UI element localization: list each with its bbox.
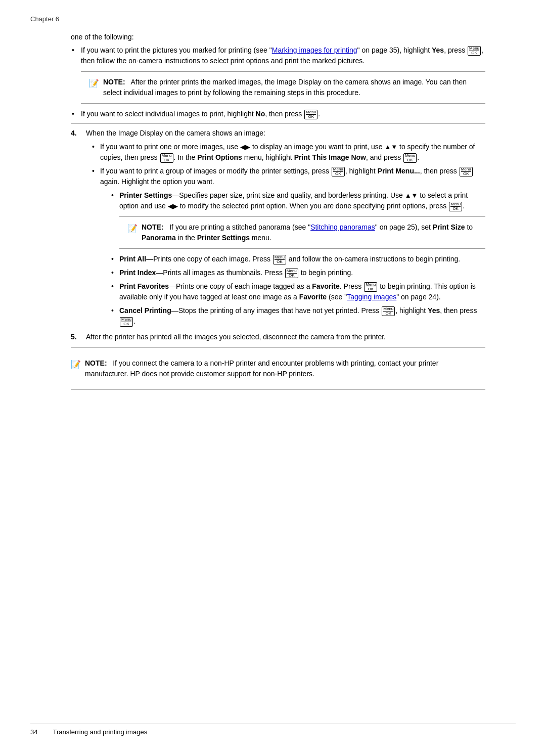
print-favorites-item: Print Favorites—Prints one copy of each …: [110, 281, 485, 302]
main-content: one of the following: If you want to pri…: [71, 33, 485, 390]
note-box-1: 📝 NOTE: After the printer prints the mar…: [81, 71, 485, 104]
divider-2: [71, 347, 485, 348]
menu-ok-btn-8: MenuOK: [273, 255, 286, 264]
step-4-sub-list: If you want to print one or more images,…: [91, 142, 485, 327]
left-right-arrows: ◀▶: [240, 143, 250, 151]
note-1-content: NOTE: After the printer prints the marke…: [103, 77, 477, 98]
print-menu-text: Print Menu...: [378, 167, 420, 175]
menu-ok-btn-9: MenuOK: [285, 269, 298, 278]
note-icon-3: 📝: [71, 359, 81, 379]
page: Chapter 6 one of the following: If you w…: [0, 0, 546, 756]
print-index-label: Print Index: [119, 269, 156, 277]
print-index-item: Print Index—Prints all images as thumbna…: [110, 268, 485, 278]
note-box-3: 📝 NOTE: If you connect the camera to a n…: [71, 353, 485, 384]
tagging-images-link[interactable]: Tagging images: [347, 293, 396, 301]
marking-images-link[interactable]: Marking images for printing: [272, 46, 357, 54]
menu-ok-btn-12: MenuOK: [120, 317, 133, 327]
menu-ok-btn-4: MenuOK: [403, 153, 417, 163]
step-4-sub-2: If you want to print a group of images o…: [91, 166, 485, 327]
yes-text-2: Yes: [428, 306, 440, 315]
favorite-text-2: Favorite: [299, 293, 327, 301]
cancel-printing-item: Cancel Printing—Stops the printing of an…: [110, 305, 485, 327]
up-down-arrows-2: ▲▼: [405, 192, 418, 199]
note-3-content: NOTE: If you connect the camera to a non…: [85, 358, 477, 379]
print-options-text: Print Options: [197, 153, 242, 161]
step-5: 5. After the printer has printed all the…: [71, 332, 485, 342]
note-1-label: NOTE:: [103, 78, 125, 86]
menu-ok-btn-10: MenuOK: [364, 282, 377, 292]
printer-settings-text-2: Printer Settings: [197, 234, 250, 242]
note-2-content: NOTE: If you are printing a stitched pan…: [142, 222, 477, 243]
printer-settings-label: Printer Settings: [119, 191, 172, 199]
note-icon-2: 📝: [127, 223, 138, 243]
note-icon-1: 📝: [89, 77, 99, 98]
list-item-2: If you want to select individual images …: [71, 109, 485, 119]
stitching-link[interactable]: Stitching panoramas: [310, 223, 375, 231]
print-size-text: Print Size: [433, 223, 465, 231]
yes-text: Yes: [432, 46, 444, 54]
menu-ok-btn-3: MenuOK: [160, 153, 173, 163]
menu-ok-btn-6: MenuOK: [460, 167, 473, 176]
note-box-2: 📝 NOTE: If you are printing a stitched p…: [119, 216, 485, 249]
note-2-label: NOTE:: [142, 223, 164, 231]
footer: 34 Transferring and printing images: [30, 724, 516, 736]
menu-ok-btn-11: MenuOK: [382, 306, 395, 316]
bullet-list: If you want to print the pictures you ma…: [71, 45, 485, 119]
divider-1: [71, 123, 485, 124]
cancel-printing-label: Cancel Printing: [119, 306, 171, 315]
step-4-sub-1: If you want to print one or more images,…: [91, 142, 485, 163]
no-text: No: [256, 110, 265, 118]
print-favorites-label: Print Favorites: [119, 282, 169, 290]
footer-page-number: 34: [30, 728, 37, 736]
printer-settings-item: Printer Settings—Specifies paper size, p…: [110, 190, 485, 249]
footer-section-title: Transferring and printing images: [53, 728, 147, 736]
menu-ok-btn-2: MenuOK: [304, 110, 317, 119]
print-this-image-text: Print This Image Now: [294, 153, 366, 161]
up-down-arrows-1: ▲▼: [384, 143, 397, 151]
divider-3: [71, 389, 485, 390]
panorama-text: Panorama: [142, 234, 176, 242]
left-right-arrows-2: ◀▶: [168, 202, 178, 210]
step-4-num: 4.: [71, 128, 77, 139]
menu-ok-btn-1: MenuOK: [468, 46, 481, 56]
print-all-label: Print All: [119, 255, 146, 263]
chapter-header: Chapter 6: [30, 15, 516, 23]
menu-ok-btn-5: MenuOK: [332, 167, 345, 176]
note-3-label: NOTE:: [85, 359, 107, 367]
list-item-1: If you want to print the pictures you ma…: [71, 45, 485, 104]
intro-text: one of the following:: [71, 33, 485, 41]
favorite-text-1: Favorite: [312, 282, 339, 290]
print-all-item: Print All—Prints one copy of each image.…: [110, 254, 485, 264]
numbered-list: 4. When the Image Display on the camera …: [71, 128, 485, 342]
sub-sub-list: Printer Settings—Specifies paper size, p…: [110, 190, 485, 327]
step-5-num: 5.: [71, 332, 77, 342]
menu-ok-btn-7: MenuOK: [449, 202, 462, 211]
step-4: 4. When the Image Display on the camera …: [71, 128, 485, 327]
